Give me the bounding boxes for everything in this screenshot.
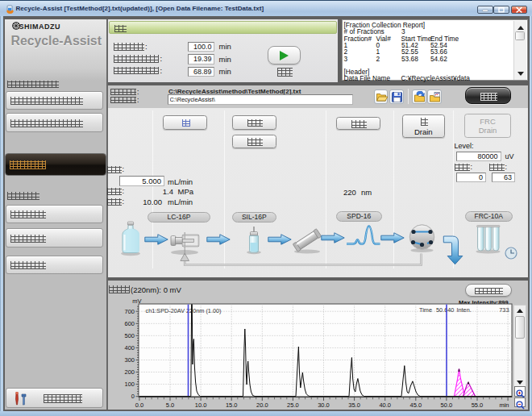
svg-text:300: 300 <box>124 356 135 364</box>
svg-text:20.0: 20.0 <box>256 401 268 409</box>
svg-text:Time: Time <box>419 306 432 314</box>
svg-text:mV: mV <box>132 297 141 305</box>
svg-text:0: 0 <box>131 393 134 400</box>
svg-text:10.0: 10.0 <box>194 401 206 409</box>
svg-text:733: 733 <box>499 306 509 314</box>
svg-text:40.0: 40.0 <box>379 401 391 409</box>
svg-text:200: 200 <box>124 368 135 376</box>
svg-text:5.0: 5.0 <box>165 401 173 409</box>
svg-text:30.0: 30.0 <box>318 401 330 409</box>
svg-text:0.0: 0.0 <box>135 401 143 409</box>
svg-text:700: 700 <box>124 308 135 315</box>
svg-text:45.0: 45.0 <box>409 401 422 409</box>
svg-text:100: 100 <box>124 381 135 388</box>
svg-text:400: 400 <box>124 344 135 352</box>
svg-text:55.0: 55.0 <box>471 401 483 409</box>
svg-text:min: min <box>499 401 509 409</box>
svg-text:500: 500 <box>124 332 135 339</box>
svg-text:50.0: 50.0 <box>440 401 452 409</box>
svg-text:ch1:SPD-20AV 220nm (1.00): ch1:SPD-20AV 220nm (1.00) <box>145 307 221 314</box>
svg-text:50.640: 50.640 <box>436 306 454 314</box>
svg-text:600: 600 <box>124 320 135 327</box>
svg-text:25.0: 25.0 <box>287 401 299 409</box>
svg-text:35.0: 35.0 <box>348 401 360 409</box>
svg-text:Inten.: Inten. <box>456 306 471 314</box>
svg-text:15.0: 15.0 <box>225 401 237 409</box>
